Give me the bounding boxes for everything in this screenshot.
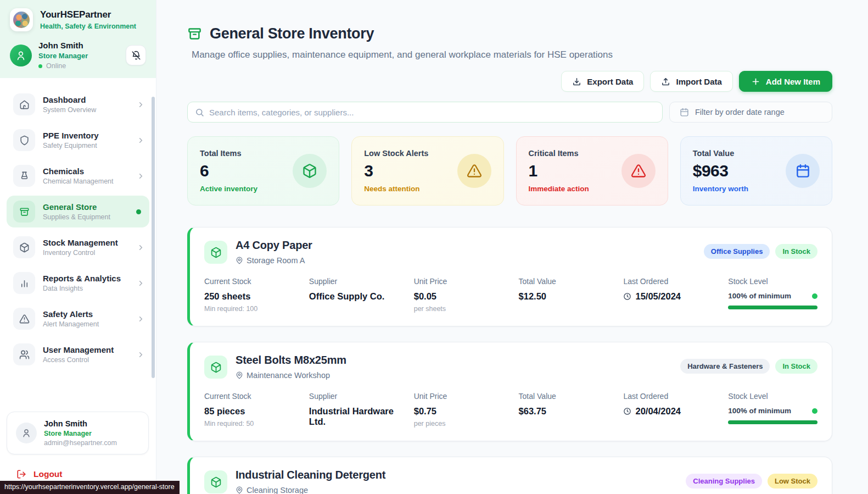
sidebar-item-reports-analytics[interactable]: Reports & AnalyticsData Insights: [7, 267, 149, 299]
alert-triangle-icon: [19, 314, 30, 324]
download-icon: [572, 77, 581, 86]
last-ordered-value: 15/05/2024: [635, 291, 681, 302]
logout-icon: [16, 469, 26, 479]
sidebar-item-chemicals[interactable]: ChemicalsChemical Management: [7, 160, 149, 192]
brand-tagline: Health, Safety & Environment: [40, 23, 136, 30]
beaker-icon: [19, 171, 30, 181]
stock-progress-bar: [728, 306, 817, 309]
current-stock-value: 85 pieces: [204, 406, 306, 417]
store-archive-icon: [19, 207, 30, 217]
chevron-right-icon: [137, 279, 145, 287]
chevron-right-icon: [137, 101, 145, 109]
shield-icon: [19, 135, 30, 146]
stat-value: 1: [529, 162, 589, 180]
unit-price-value: $0.75: [414, 406, 516, 417]
current-stock-value: 250 sheets: [204, 291, 306, 302]
store-archive-icon: [187, 26, 202, 41]
status-badge: In Stock: [775, 359, 817, 374]
search-input[interactable]: [209, 108, 655, 117]
unit-price-value: $0.05: [414, 291, 516, 302]
sidebar-item-user-management[interactable]: User ManagementAccess Control: [7, 338, 149, 370]
map-pin-icon: [236, 486, 243, 494]
package-icon: [210, 247, 222, 258]
supplier-value: Office Supply Co.: [309, 291, 411, 302]
sidebar-item-stock-management[interactable]: Stock ManagementInventory Control: [7, 231, 149, 263]
active-indicator-dot: [136, 209, 141, 214]
add-new-item-button[interactable]: Add New Item: [739, 71, 832, 92]
search-icon: [195, 108, 204, 117]
sidebar-item-dashboard[interactable]: DashboardSystem Overview: [7, 88, 149, 120]
person-icon: [21, 428, 31, 438]
min-required: Min required: 100: [204, 305, 306, 313]
alert-triangle-icon: [467, 163, 482, 179]
category-badge: Office Supplies: [704, 244, 770, 259]
package-icon: [210, 362, 222, 373]
alert-triangle-icon: [631, 163, 646, 179]
map-pin-icon: [236, 371, 243, 379]
stat-value: 3: [364, 162, 428, 180]
person-icon: [15, 50, 26, 61]
bell-off-icon: [131, 51, 141, 60]
total-value: $12.50: [519, 291, 620, 302]
clock-icon: [623, 292, 631, 301]
date-range-filter-button[interactable]: Filter by order date range: [669, 102, 832, 123]
logout-label: Logout: [33, 469, 63, 479]
sidebar-scrollbar[interactable]: [152, 97, 155, 378]
notifications-mute-button[interactable]: [126, 45, 146, 65]
user-role: Store Manager: [38, 52, 88, 60]
sidebar: YourHSEPartner Health, Safety & Environm…: [0, 0, 156, 494]
inventory-item-card: Steel Bolts M8x25mm Maintenance Workshop…: [187, 342, 832, 441]
export-data-button[interactable]: Export Data: [561, 71, 644, 92]
brand: YourHSEPartner Health, Safety & Environm…: [10, 8, 146, 31]
item-location: Maintenance Workshop: [247, 371, 330, 380]
supplier-value: Industrial Hardware Ltd.: [309, 406, 411, 427]
user-profile-card[interactable]: John Smith Store Manager admin@hsepartne…: [7, 412, 149, 454]
profile-email: admin@hsepartner.com: [44, 439, 117, 447]
unit-label: per sheets: [414, 305, 516, 313]
avatar: [10, 45, 32, 66]
min-required: Min required: 50: [204, 420, 306, 428]
brand-name: YourHSEPartner: [40, 9, 136, 20]
chevron-right-icon: [137, 243, 145, 252]
sidebar-header: YourHSEPartner Health, Safety & Environm…: [0, 0, 156, 78]
chevron-right-icon: [137, 315, 145, 323]
stock-percent: 100% of minimum: [728, 292, 791, 300]
import-data-button[interactable]: Import Data: [650, 71, 732, 92]
category-badge: Cleaning Supplies: [686, 474, 762, 489]
item-location: Cleaning Storage: [247, 486, 308, 494]
chevron-right-icon: [137, 136, 145, 145]
item-name: Steel Bolts M8x25mm: [236, 354, 346, 367]
package-icon: [210, 476, 222, 488]
chevron-right-icon: [137, 351, 145, 359]
link-preview-statusbar: https://yourhsepartnerinventory.vercel.a…: [0, 481, 180, 494]
last-ordered-value: 20/04/2024: [635, 406, 681, 417]
stat-card-critical-items: Critical Items 1 Immediate action: [516, 136, 668, 206]
chevron-right-icon: [137, 172, 145, 180]
profile-name: John Smith: [44, 419, 117, 428]
total-value: $63.75: [519, 406, 620, 417]
logout-button[interactable]: Logout: [16, 469, 63, 479]
sidebar-item-ppe-inventory[interactable]: PPE InventorySafety Equipment: [7, 124, 149, 156]
clock-icon: [623, 407, 631, 415]
item-location: Storage Room A: [247, 256, 305, 265]
upload-icon: [661, 77, 670, 86]
page-subtitle: Manage office supplies, maintenance equi…: [192, 49, 832, 60]
search-box: [187, 102, 663, 123]
stat-card-total-items: Total Items 6 Active inventory: [187, 136, 339, 206]
stock-percent: 100% of minimum: [728, 407, 791, 415]
page-title: General Store Inventory: [210, 25, 374, 42]
user-status: Online: [38, 62, 88, 70]
inventory-item-card: Industrial Cleaning Detergent Cleaning S…: [187, 457, 832, 494]
stat-card-low-stock-alerts: Low Stock Alerts 3 Needs attention: [351, 136, 503, 206]
calendar-icon: [680, 108, 689, 117]
sidebar-item-general-store[interactable]: General StoreSupplies & Equipment: [7, 196, 149, 227]
user-name: John Smith: [38, 41, 88, 50]
avatar: [16, 423, 37, 443]
profile-role: Store Manager: [44, 430, 117, 437]
stat-card-total-value: Total Value $963 Inventory worth: [680, 136, 832, 206]
item-name: Industrial Cleaning Detergent: [236, 469, 385, 481]
status-badge: In Stock: [775, 244, 817, 259]
package-icon: [302, 163, 317, 179]
user-summary: John Smith Store Manager Online: [10, 41, 146, 70]
sidebar-item-safety-alerts[interactable]: Safety AlertsAlert Management: [7, 303, 149, 335]
